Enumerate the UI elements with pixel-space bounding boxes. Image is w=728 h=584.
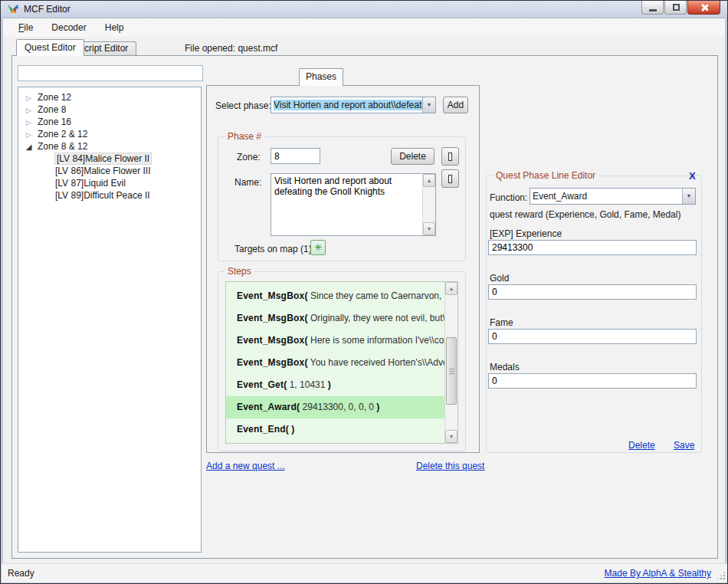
resize-grip-icon[interactable]	[723, 578, 725, 579]
title-bar[interactable]: MCF Editor	[1, 1, 727, 18]
menu-decoder[interactable]: Decoder	[42, 20, 95, 35]
chevron-expanded-icon[interactable]: ◢	[25, 141, 33, 153]
line-editor-title: Quest Phase Line Editor	[493, 170, 598, 181]
credits-link[interactable]: Made By AlphA & Stealthy	[605, 568, 711, 579]
steps-scrollbar[interactable]: ▲ ▼	[444, 282, 457, 443]
tree-node-quest-lv84[interactable]: [LV 84]Malice Flower II	[18, 153, 201, 165]
chevron-right-icon[interactable]: ▷	[25, 104, 33, 116]
steps-list: Event_MsgBox( Since they came to Caernar…	[225, 281, 458, 444]
function-description: quest reward (Experience, Gold, Fame, Me…	[490, 209, 680, 220]
quest-filter-input[interactable]	[18, 65, 203, 81]
scroll-down-icon[interactable]: ▼	[445, 430, 457, 443]
step-row-selected[interactable]: Event_Award( 29413300, 0, 0, 0 )	[226, 396, 444, 418]
app-icon	[6, 3, 19, 16]
chevron-right-icon[interactable]: ▷	[25, 92, 33, 104]
phase-up-button[interactable]	[441, 147, 459, 166]
step-row[interactable]: Event_Get( 1, 10431 )	[226, 374, 444, 396]
function-dropdown[interactable]: Event_Award ▼	[530, 188, 696, 205]
tree-node-quest-lv89[interactable]: [LV 89]Difficult Peace II	[18, 189, 201, 202]
name-scrollbar[interactable]: ▲ ▼	[422, 174, 435, 235]
tree-node-zone-2-12[interactable]: ▷Zone 2 & 12	[18, 128, 201, 140]
function-label: Function:	[490, 192, 527, 203]
phase-name-box: Visit Horten and report about defeating …	[271, 173, 436, 236]
zone-input[interactable]	[271, 148, 320, 164]
targets-icon: ✳	[314, 242, 322, 253]
minimize-icon	[649, 9, 657, 11]
select-phase-value: Visit Horten and report about\\defeating	[274, 100, 422, 110]
menu-help[interactable]: Help	[96, 20, 133, 35]
app-window: MCF Editor File Decoder Help Quest Edito…	[0, 0, 728, 584]
menu-bar: File Decoder Help	[2, 18, 728, 37]
scrollbar-thumb[interactable]	[446, 337, 457, 405]
step-row[interactable]: Event_MsgBox( Originally, they were not …	[226, 307, 444, 330]
status-bar: Ready Made By AlphA & Stealthy	[2, 563, 728, 582]
phase-group-title: Phase #	[225, 131, 264, 142]
add-else-link[interactable]: Add else	[226, 441, 265, 443]
maximize-icon	[673, 4, 680, 11]
chevron-right-icon[interactable]: ▷	[25, 116, 33, 129]
step-row[interactable]: Event_MsgBox( Here is some information I…	[226, 330, 444, 352]
phase-down-button[interactable]	[441, 169, 459, 188]
tree-node-quest-lv87[interactable]: [LV 87]Liquid Evil	[18, 177, 201, 189]
phase-down-icon	[448, 175, 452, 183]
select-phase-dropdown[interactable]: Visit Horten and report about\\defeating…	[271, 97, 436, 113]
line-editor-delete-link[interactable]: Delete	[628, 440, 655, 451]
close-button[interactable]	[687, 1, 720, 15]
chevron-down-icon[interactable]: ▼	[682, 189, 695, 204]
medals-input[interactable]	[488, 373, 697, 389]
maximize-button[interactable]	[664, 1, 687, 15]
quest-tree: ▷Zone 12 ▷Zone 8 ▷Zone 16 ▷Zone 2 & 12 ◢…	[18, 87, 202, 553]
minimize-button[interactable]	[641, 1, 664, 15]
file-opened-label: File opened: quest.mcf	[185, 43, 277, 54]
window-title: MCF Editor	[24, 4, 71, 15]
status-text: Ready	[8, 568, 34, 579]
gold-input[interactable]	[488, 284, 697, 300]
tree-node-zone-8[interactable]: ▷Zone 8	[18, 103, 201, 116]
function-value: Event_Award	[530, 189, 682, 204]
chevron-down-icon[interactable]: ▼	[422, 97, 435, 113]
scroll-up-icon[interactable]: ▲	[423, 174, 435, 187]
medals-label: Medals	[490, 362, 520, 372]
tree-node-zone-8-12[interactable]: ◢Zone 8 & 12	[18, 140, 201, 153]
phase-up-icon	[448, 153, 452, 161]
tab-quest-editor[interactable]: Quest Editor	[16, 39, 84, 56]
fame-input[interactable]	[488, 329, 697, 344]
fame-label: Fame	[490, 317, 513, 328]
add-new-quest-link[interactable]: Add a new quest ...	[206, 461, 285, 471]
steps-group-title: Steps	[225, 266, 254, 277]
chevron-right-icon[interactable]: ▷	[25, 129, 33, 141]
step-row[interactable]: Event_End( )	[226, 418, 444, 441]
tab-phases[interactable]: Phases	[299, 68, 343, 86]
tree-node-quest-lv86[interactable]: [LV 86]Malice Flower III	[18, 165, 201, 177]
experience-input[interactable]	[488, 240, 697, 255]
targets-on-map-label: Targets on map (1)	[234, 244, 312, 254]
name-label: Name:	[234, 177, 261, 188]
line-editor-close-icon[interactable]: X	[689, 170, 696, 182]
delete-this-quest-link[interactable]: Delete this quest	[416, 461, 484, 471]
step-row[interactable]: Event_MsgBox( You have received Horten's…	[226, 352, 444, 374]
tree-node-zone-16[interactable]: ▷Zone 16	[18, 116, 201, 128]
step-row[interactable]: Event_MsgBox( Since they came to Caernar…	[226, 285, 444, 307]
tree-node-zone-12[interactable]: ▷Zone 12	[18, 91, 201, 103]
zone-label: Zone:	[237, 152, 261, 162]
select-phase-label: Select phase:	[215, 100, 271, 111]
close-icon	[700, 3, 708, 11]
menu-file[interactable]: File	[9, 20, 42, 35]
add-phase-button[interactable]: Add	[443, 97, 468, 113]
experience-label: [EXP] Experience	[490, 228, 562, 239]
scroll-up-icon[interactable]: ▲	[445, 282, 457, 295]
scroll-down-icon[interactable]: ▼	[423, 222, 435, 235]
phase-name-input[interactable]: Visit Horten and report about defeating …	[271, 174, 422, 235]
delete-phase-button[interactable]: Delete	[391, 148, 435, 165]
gold-label: Gold	[490, 273, 509, 284]
line-editor-save-link[interactable]: Save	[674, 440, 694, 451]
targets-on-map-button[interactable]: ✳	[310, 240, 326, 255]
